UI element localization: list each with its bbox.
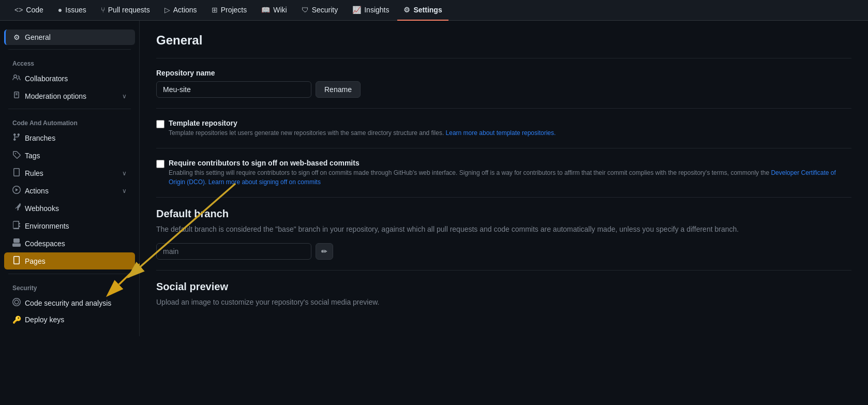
actions-chevron: ∨ [122, 187, 127, 194]
sign-off-content: Require contributors to sign off on web-… [169, 159, 851, 187]
page-layout: ⚙ General Access Collaborators Moderatio… [0, 21, 868, 405]
sidebar-item-webhooks[interactable]: Webhooks [4, 200, 135, 217]
sign-off-row: Require contributors to sign off on web-… [156, 159, 851, 187]
actions-icon: ▷ [164, 6, 170, 14]
rules-icon [12, 168, 21, 178]
checkbox1-divider [156, 148, 851, 148]
code-icon: <> [14, 6, 23, 14]
nav-security[interactable]: 🛡 Security [295, 0, 345, 21]
sidebar-item-environments[interactable]: Environments [4, 217, 135, 234]
social-preview-title: Social preview [156, 281, 851, 293]
title-divider [156, 58, 851, 58]
default-branch-desc: The default branch is considered the "ba… [156, 224, 851, 235]
sidebar-item-pages[interactable]: Pages [4, 252, 135, 269]
insights-icon: 📈 [352, 6, 361, 14]
sign-off-checkbox[interactable] [156, 160, 164, 168]
section-security-label: Security [4, 278, 135, 294]
nav-projects[interactable]: ⊞ Projects [205, 0, 253, 21]
sidebar-item-rules[interactable]: Rules ∨ [4, 164, 135, 182]
security-icon: 🛡 [302, 6, 309, 14]
sidebar-item-moderation-options[interactable]: Moderation options ∨ [4, 87, 135, 104]
checkbox2-divider [156, 197, 851, 198]
nav-wiki[interactable]: 📖 Wiki [255, 0, 293, 21]
settings-sidebar: ⚙ General Access Collaborators Moderatio… [0, 21, 140, 336]
divider-code [8, 109, 131, 109]
deploy-keys-icon: 🔑 [12, 316, 21, 324]
moderation-chevron: ∨ [122, 93, 127, 100]
template-repo-label: Template repository [169, 119, 556, 127]
nav-issues[interactable]: ● Issues [52, 0, 93, 21]
sidebar-item-general[interactable]: ⚙ General [4, 29, 135, 45]
general-icon: ⚙ [12, 33, 21, 41]
wiki-icon: 📖 [261, 6, 270, 14]
template-repo-checkbox[interactable] [156, 120, 164, 128]
sidebar-item-tags[interactable]: Tags [4, 147, 135, 164]
main-content: General Repository name Rename Template … [140, 21, 868, 405]
top-navigation: <> Code ● Issues ⑂ Pull requests ▷ Actio… [0, 0, 868, 21]
sign-off-label: Require contributors to sign off on web-… [169, 159, 851, 167]
template-repo-content: Template repository Template repositorie… [169, 119, 556, 138]
template-repo-link[interactable]: Learn more about template repositories. [446, 129, 556, 137]
repo-name-divider [156, 108, 851, 109]
social-preview-desc: Upload an image to customize your reposi… [156, 297, 851, 308]
rename-button[interactable]: Rename [316, 81, 361, 98]
sidebar-item-branches[interactable]: Branches [4, 129, 135, 146]
default-branch-title: Default branch [156, 208, 851, 220]
edit-branch-button[interactable]: ✏ [316, 243, 333, 260]
actions-sidebar-icon [12, 186, 21, 196]
moderation-icon [12, 91, 21, 101]
repo-name-label: Repository name [156, 69, 851, 77]
pr-icon: ⑂ [101, 6, 105, 14]
sidebar-item-code-security[interactable]: Code security and analysis [4, 294, 135, 311]
pages-icon [12, 256, 21, 266]
sidebar-item-codespaces[interactable]: Codespaces [4, 235, 135, 252]
environments-icon [12, 221, 21, 231]
rules-chevron: ∨ [122, 170, 127, 177]
section-code-label: Code and automation [4, 113, 135, 129]
issues-icon: ● [58, 6, 62, 14]
tags-icon [12, 151, 21, 160]
sidebar-item-actions[interactable]: Actions ∨ [4, 182, 135, 199]
template-repo-row: Template repository Template repositorie… [156, 119, 851, 138]
sidebar-item-deploy-keys[interactable]: 🔑 Deploy keys [4, 312, 135, 327]
codespaces-icon [12, 238, 21, 248]
divider-security [8, 274, 131, 274]
settings-icon: ⚙ [403, 6, 410, 14]
sign-off-link[interactable]: Learn more about signing off on commits [208, 178, 321, 186]
sign-off-desc: Enabling this setting will require contr… [169, 168, 851, 187]
projects-icon: ⊞ [212, 6, 218, 14]
template-repo-desc: Template repositories let users generate… [169, 128, 556, 138]
sidebar-item-collaborators[interactable]: Collaborators [4, 70, 135, 87]
branches-icon [12, 133, 21, 143]
branch-row: ✏ [156, 243, 851, 260]
repo-name-input[interactable] [156, 81, 311, 98]
nav-code[interactable]: <> Code [8, 0, 50, 21]
nav-insights[interactable]: 📈 Insights [346, 0, 395, 21]
page-title: General [156, 33, 851, 48]
code-security-icon [12, 298, 21, 308]
branch-divider [156, 270, 851, 271]
repo-name-row: Rename [156, 81, 851, 98]
webhooks-icon [12, 203, 21, 213]
section-access-label: Access [4, 54, 135, 69]
divider-access [8, 49, 131, 50]
nav-settings[interactable]: ⚙ Settings [397, 0, 448, 21]
branch-input [156, 243, 311, 260]
collaborators-icon [12, 73, 21, 83]
nav-actions[interactable]: ▷ Actions [158, 0, 203, 21]
nav-pull-requests[interactable]: ⑂ Pull requests [95, 0, 156, 21]
